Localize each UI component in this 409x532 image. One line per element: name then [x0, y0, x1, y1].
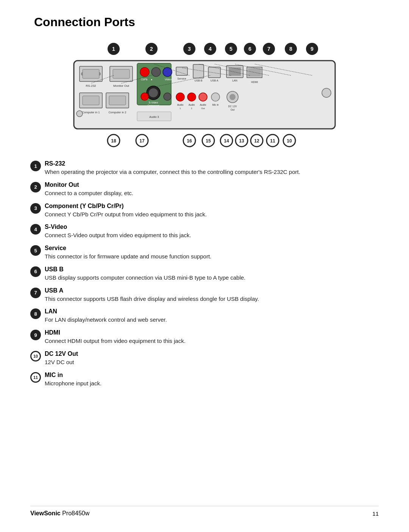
item-number-3: 3 [30, 203, 41, 214]
svg-text:Mic in: Mic in [212, 103, 219, 106]
svg-rect-67 [83, 96, 99, 105]
list-item: 3 Component (Y Cb/Pb Cr/Pr) Connect Y Cb… [30, 203, 379, 219]
svg-text:DC 12V: DC 12V [228, 105, 237, 108]
svg-point-38 [164, 93, 171, 100]
footer-brand: ViewSonic Pro8450w [30, 510, 89, 517]
svg-rect-47 [229, 67, 241, 76]
item-title-8: LAN [45, 308, 379, 315]
svg-text:HDMI: HDMI [251, 81, 258, 83]
item-title-6: USB B [45, 266, 379, 273]
item-title-5: Service [45, 245, 379, 252]
svg-text:Monitor Out: Monitor Out [113, 84, 130, 88]
item-title-4: S-Video [45, 224, 379, 230]
item-desc-8: For LAN display/network control and web … [45, 316, 379, 324]
svg-text:USB B: USB B [194, 79, 202, 82]
svg-text:Audio: Audio [189, 103, 195, 106]
svg-text:Computer in 2: Computer in 2 [108, 111, 126, 114]
svg-text:●: ● [151, 78, 152, 81]
item-desc-7: This connector supports USB flash drive … [45, 295, 379, 303]
list-item: 11 MIC in Microphone input jack. [30, 372, 379, 388]
svg-text:11: 11 [270, 138, 275, 144]
svg-text:7: 7 [267, 46, 270, 52]
item-number-8: 8 [30, 308, 41, 319]
svg-text:Audio: Audio [200, 103, 206, 106]
projector-diagram: RS-232 Monitor Out CbPb ● Video S-Video … [72, 59, 337, 131]
item-number-9: 9 [30, 330, 41, 340]
svg-text:14: 14 [224, 138, 229, 144]
item-desc-5: This connector is for firmware update an… [45, 252, 379, 261]
footer-page-number: 11 [372, 510, 379, 517]
svg-text:Service: Service [177, 77, 186, 80]
svg-text:5: 5 [229, 46, 233, 52]
item-number-11: 11 [30, 372, 41, 383]
svg-text:15: 15 [206, 138, 211, 144]
svg-point-35 [149, 88, 158, 97]
item-number-7: 7 [30, 288, 41, 298]
svg-rect-70 [109, 96, 126, 105]
page-footer: ViewSonic Pro8450w 11 [30, 506, 379, 517]
svg-text:Component: Component [147, 104, 159, 106]
svg-text:18: 18 [111, 138, 116, 144]
item-desc-3: Connect Y Cb/Pb Cr/Pr output from video … [45, 210, 379, 219]
svg-point-63 [229, 94, 236, 100]
item-number-4: 4 [30, 224, 41, 235]
svg-text:17: 17 [139, 138, 145, 144]
svg-text:S-Video: S-Video [149, 101, 158, 104]
svg-text:1: 1 [112, 46, 115, 52]
svg-text:16: 16 [187, 138, 192, 144]
svg-point-37 [141, 93, 148, 100]
svg-point-30 [163, 67, 172, 77]
svg-text:13: 13 [239, 138, 244, 144]
item-number-2: 2 [30, 182, 41, 192]
item-desc-6: USB display supports computer connection… [45, 274, 379, 282]
item-desc-4: Connect S-Video output from video equipm… [45, 231, 379, 239]
bottom-number-row: 18 17 16 15 14 13 12 11 10 [72, 132, 337, 149]
list-item: 9 HDMI Connect HDMI output from video eq… [30, 329, 379, 345]
svg-rect-25 [113, 69, 130, 78]
svg-text:CbPb: CbPb [141, 78, 148, 81]
svg-point-50 [322, 88, 331, 97]
item-title-11: MIC in [45, 372, 379, 379]
list-item: 2 Monitor Out Connect to a computer disp… [30, 182, 379, 197]
list-item: 1 RS-232 When operating the projector vi… [30, 160, 379, 176]
item-desc-11: Microphone input jack. [45, 379, 379, 388]
svg-text:USB A: USB A [211, 79, 219, 82]
list-item: 8 LAN For LAN display/network control an… [30, 308, 379, 324]
list-item: 10 DC 12V Out 12V DC out [30, 350, 379, 366]
svg-text:4: 4 [209, 46, 212, 52]
svg-text:LAN: LAN [232, 79, 237, 82]
item-title-3: Component (Y Cb/Pb Cr/Pr) [45, 203, 379, 210]
svg-point-28 [140, 67, 149, 77]
list-item: 4 S-Video Connect S-Video output from vi… [30, 224, 379, 239]
item-title-1: RS-232 [45, 160, 379, 167]
item-number-1: 1 [30, 161, 41, 171]
item-title-2: Monitor Out [45, 182, 379, 188]
svg-text:2: 2 [150, 46, 153, 52]
svg-text:3: 3 [188, 46, 191, 52]
svg-rect-51 [176, 93, 184, 101]
svg-text:Out: Out [231, 108, 235, 111]
item-desc-10: 12V DC out [45, 358, 379, 366]
svg-text:Out: Out [201, 107, 205, 110]
connection-diagram: 1 2 3 4 5 6 7 8 9 [30, 41, 379, 149]
svg-text:Audio 3: Audio 3 [149, 115, 159, 119]
list-item: 6 USB B USB display supports computer co… [30, 266, 379, 282]
page-title: Connection Ports [34, 15, 379, 29]
item-number-5: 5 [30, 245, 41, 256]
svg-rect-52 [187, 93, 196, 101]
top-number-row: 1 2 3 4 5 6 7 8 9 [72, 41, 337, 57]
item-number-10: 10 [30, 351, 41, 361]
svg-rect-60 [211, 93, 220, 101]
svg-text:12: 12 [254, 138, 259, 144]
item-desc-2: Connect to a computer display, etc. [45, 189, 379, 197]
item-title-7: USB A [45, 287, 379, 294]
description-list: 1 RS-232 When operating the projector vi… [30, 160, 379, 387]
item-title-9: HDMI [45, 329, 379, 336]
list-item: 7 USB A This connector supports USB flas… [30, 287, 379, 303]
svg-text:6: 6 [248, 46, 251, 52]
item-desc-9: Connect HDMI output from video equipment… [45, 337, 379, 345]
svg-text:8: 8 [289, 46, 292, 52]
svg-text:RS-232: RS-232 [86, 84, 96, 88]
svg-text:Computer in 1: Computer in 1 [82, 111, 100, 114]
item-number-6: 6 [30, 266, 41, 277]
